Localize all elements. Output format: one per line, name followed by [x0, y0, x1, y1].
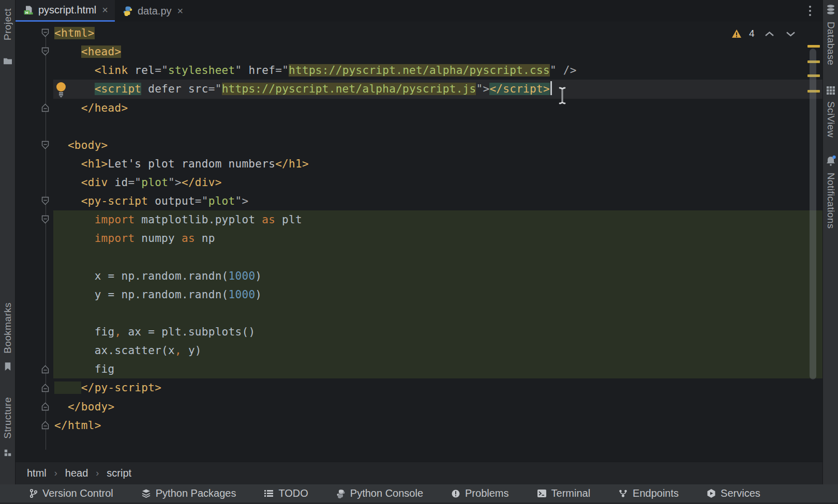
tool-window-python-packages[interactable]: Python Packages — [141, 487, 236, 499]
fold-open-icon[interactable] — [41, 141, 49, 149]
tool-window-label: Version Control — [42, 487, 113, 499]
code-line[interactable]: <head> — [53, 42, 822, 61]
code-line[interactable]: x = np.random.randn(1000) — [53, 267, 822, 285]
sciview-label: SciView — [825, 101, 836, 138]
error-circle-icon — [451, 489, 460, 498]
close-icon[interactable]: × — [101, 4, 108, 16]
code-line[interactable]: </head> — [53, 99, 822, 117]
fold-close-icon[interactable] — [41, 103, 49, 112]
mouse-ibeam-cursor — [558, 86, 567, 105]
code-line[interactable]: y = np.random.randn(1000) — [53, 285, 822, 304]
breadcrumb-separator: › — [96, 468, 99, 479]
structure-label: Structure — [2, 397, 13, 439]
sidebar-item-structure[interactable]: Structure — [0, 397, 16, 439]
bottom-tool-window-bar: Version Control Python Packages TODO Pyt… — [0, 484, 838, 502]
code-line[interactable]: import numpy as np — [53, 229, 822, 248]
code-line[interactable]: </html> — [53, 416, 822, 435]
code-line[interactable]: <html> — [53, 24, 822, 42]
code-line[interactable]: fig, ax = plt.subplots() — [53, 323, 822, 341]
tool-window-services[interactable]: Services — [707, 487, 760, 499]
left-tool-strip: Project Bookmarks Structure — [0, 0, 16, 484]
close-icon[interactable]: × — [176, 5, 184, 17]
tool-window-label: Terminal — [551, 487, 591, 499]
database-icon[interactable] — [823, 4, 838, 16]
code-line[interactable]: </body> — [53, 398, 822, 416]
tab-data-py[interactable]: data.py × — [115, 0, 190, 22]
sidebar-item-bookmarks[interactable]: Bookmarks — [0, 302, 16, 354]
code-line[interactable] — [53, 248, 822, 267]
sidebar-item-database[interactable]: Database — [823, 22, 838, 66]
text-caret — [550, 81, 552, 95]
bell-icon[interactable] — [823, 155, 838, 166]
fold-close-icon[interactable] — [41, 365, 49, 374]
grid-icon[interactable] — [823, 86, 838, 95]
endpoints-icon — [618, 488, 628, 498]
fold-open-icon[interactable] — [41, 28, 49, 37]
chevron-up-icon[interactable] — [764, 30, 775, 37]
code-editor[interactable]: <html> <head> <link rel="stylesheet" hre… — [16, 22, 822, 462]
code-lines: <html> <head> <link rel="stylesheet" hre… — [53, 24, 822, 435]
layers-icon — [141, 488, 151, 498]
database-label: Database — [825, 22, 836, 66]
chevron-down-icon[interactable] — [785, 30, 796, 37]
warning-triangle-icon — [731, 29, 742, 38]
code-line[interactable]: <link rel="stylesheet" href="https://pys… — [53, 61, 822, 80]
fold-open-icon[interactable] — [41, 47, 49, 56]
error-stripe-mark[interactable] — [807, 45, 820, 48]
breadcrumb-item-script[interactable]: script — [107, 467, 131, 479]
sidebar-item-notifications[interactable]: Notifications — [823, 173, 838, 229]
fold-close-icon[interactable] — [41, 384, 49, 392]
intention-bulb-icon[interactable] — [55, 81, 67, 98]
code-line[interactable]: <py-script output="plot"> — [53, 192, 822, 210]
right-tool-strip: Database SciView Notifications — [822, 0, 838, 484]
tool-window-python-console[interactable]: Python Console — [336, 487, 423, 499]
bookmarks-label: Bookmarks — [2, 302, 13, 354]
code-line[interactable] — [53, 117, 822, 136]
code-line[interactable] — [53, 304, 822, 323]
tool-window-problems[interactable]: Problems — [451, 487, 508, 499]
checklist-icon — [264, 489, 274, 498]
breadcrumb-item-head[interactable]: head — [65, 467, 88, 479]
tool-window-todo[interactable]: TODO — [264, 487, 308, 499]
code-line[interactable]: <h1>Let's plot random numbers</h1> — [53, 155, 822, 173]
tab-label: pyscript.html — [38, 4, 96, 16]
html-file-icon: H — [23, 5, 34, 16]
code-line[interactable]: <script defer src="https://pyscript.net/… — [53, 80, 822, 98]
python-icon — [336, 489, 346, 498]
bookmark-icon[interactable] — [0, 362, 16, 371]
code-line[interactable]: ax.scatter(x, y) — [53, 341, 822, 360]
tool-window-label: Endpoints — [633, 487, 679, 499]
inspection-widget[interactable]: 4 — [731, 28, 796, 39]
code-line[interactable]: </py-script> — [53, 378, 822, 397]
sidebar-item-project[interactable]: Project — [0, 8, 16, 40]
breadcrumb-item-html[interactable]: html — [27, 467, 47, 479]
ide-window: Project Bookmarks Structure Database Sci… — [0, 0, 838, 504]
project-label: Project — [2, 8, 13, 40]
python-file-icon — [123, 6, 133, 16]
tool-window-label: Services — [721, 487, 760, 499]
code-line[interactable]: fig — [53, 360, 822, 378]
tool-window-label: Python Packages — [156, 487, 236, 499]
fold-open-icon[interactable] — [41, 215, 49, 224]
fold-close-icon[interactable] — [41, 421, 49, 430]
fold-close-icon[interactable] — [41, 402, 49, 411]
breadcrumb: html › head › script — [16, 462, 822, 484]
breadcrumb-separator: › — [54, 468, 57, 479]
vertical-scrollbar[interactable] — [810, 49, 816, 379]
tool-window-version-control[interactable]: Version Control — [29, 487, 113, 499]
tool-window-terminal[interactable]: Terminal — [537, 487, 591, 499]
code-line[interactable]: import matplotlib.pyplot as plt — [53, 210, 822, 229]
code-line[interactable]: <div id="plot"></div> — [53, 173, 822, 192]
tool-window-label: Python Console — [350, 487, 423, 499]
terminal-icon — [537, 489, 547, 498]
code-line[interactable]: <body> — [53, 136, 822, 155]
editor-options-kebab-icon[interactable] — [805, 4, 815, 18]
sidebar-item-sciview[interactable]: SciView — [823, 101, 838, 138]
main-area: H pyscript.html × data.py × <html> <head… — [16, 0, 822, 484]
tab-pyscript-html[interactable]: H pyscript.html × — [16, 0, 115, 22]
tool-window-endpoints[interactable]: Endpoints — [618, 487, 679, 499]
fold-open-icon[interactable] — [41, 196, 49, 205]
structure-icon[interactable] — [0, 449, 16, 457]
folder-icon[interactable] — [0, 57, 16, 65]
services-icon — [707, 488, 716, 498]
